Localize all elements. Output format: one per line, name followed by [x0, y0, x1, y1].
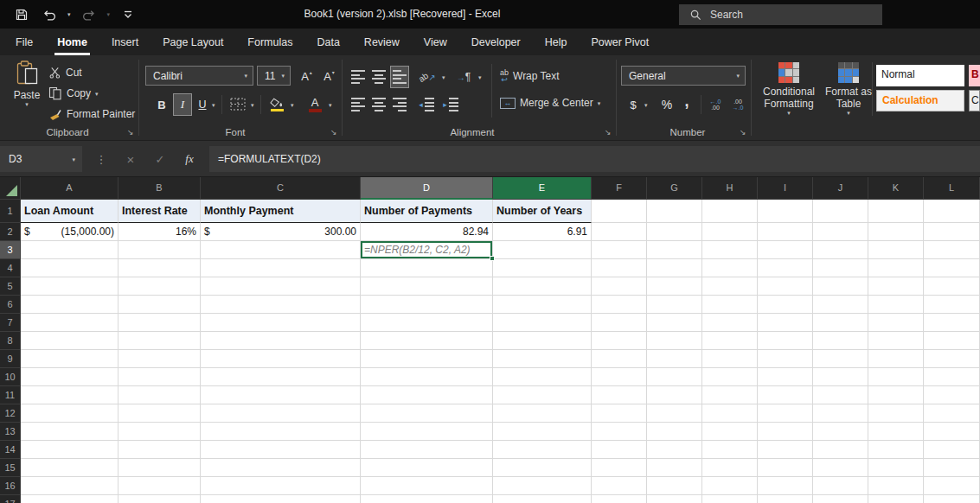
cell-J11[interactable] [813, 386, 868, 404]
cell-C15[interactable] [201, 459, 361, 477]
cell-L8[interactable] [924, 332, 980, 350]
row-header-9[interactable]: 9 [0, 350, 21, 368]
column-header-I[interactable]: I [758, 177, 813, 200]
cell-H6[interactable] [702, 296, 758, 314]
middle-align-icon[interactable] [369, 66, 388, 88]
cell-L11[interactable] [924, 386, 980, 404]
cell-G10[interactable] [647, 368, 702, 386]
cell-C13[interactable] [201, 423, 361, 441]
cell-H1[interactable] [702, 200, 758, 223]
number-format-combo[interactable]: General ▾ [621, 66, 746, 86]
cell-A3[interactable] [21, 241, 118, 259]
cell-I12[interactable] [758, 404, 813, 423]
cell-G3[interactable] [647, 241, 702, 259]
cell-L5[interactable] [924, 277, 980, 296]
cell-A2[interactable]: $(15,000.00) [21, 223, 118, 241]
formula-input[interactable]: =FORMULATEXT(D2) [209, 146, 980, 172]
cell-I5[interactable] [758, 277, 813, 296]
decrease-indent-icon[interactable]: ◂ [416, 93, 437, 116]
cell-D1[interactable]: Number of Payments [361, 200, 493, 223]
cell-A10[interactable] [21, 368, 118, 386]
name-box-dropdown-icon[interactable]: ▾ [72, 156, 75, 162]
search-box[interactable]: Search [679, 4, 882, 25]
cell-H15[interactable] [702, 459, 758, 477]
cell-J14[interactable] [813, 441, 868, 459]
cell-B6[interactable] [118, 296, 201, 314]
cell-L16[interactable] [924, 477, 980, 495]
underline-button[interactable]: U [194, 93, 211, 116]
cell-A6[interactable] [21, 296, 118, 314]
cell-style-normal[interactable]: Normal [876, 65, 964, 86]
cell-E9[interactable] [493, 350, 592, 368]
column-header-L[interactable]: L [924, 177, 980, 200]
cell-H3[interactable] [702, 241, 758, 259]
cell-J10[interactable] [813, 368, 868, 386]
accounting-dropdown-icon[interactable]: ▾ [644, 102, 648, 108]
cell-C12[interactable] [201, 404, 361, 423]
cell-D11[interactable] [361, 386, 493, 404]
cell-F13[interactable] [592, 423, 647, 441]
cell-B17[interactable] [118, 495, 201, 503]
cell-F1[interactable] [592, 200, 647, 223]
cell-D16[interactable] [361, 477, 493, 495]
column-header-D[interactable]: D [361, 177, 493, 200]
cell-B3[interactable] [118, 241, 201, 259]
cell-C16[interactable] [201, 477, 361, 495]
cell-J6[interactable] [813, 296, 868, 314]
cell-C5[interactable] [201, 277, 361, 296]
cell-A11[interactable] [21, 386, 118, 404]
cell-B13[interactable] [118, 423, 201, 441]
cell-I4[interactable] [758, 259, 813, 277]
increase-font-size-button[interactable]: A▴ [296, 65, 317, 87]
cell-F10[interactable] [592, 368, 647, 386]
tab-page-layout[interactable]: Page Layout [151, 29, 235, 55]
cell-K13[interactable] [868, 423, 924, 441]
cell-D7[interactable] [361, 314, 493, 332]
cell-B1[interactable]: Interest Rate [118, 200, 201, 223]
cell-D6[interactable] [361, 296, 493, 314]
row-header-17[interactable]: 17 [0, 495, 21, 503]
cell-A5[interactable] [21, 277, 118, 296]
row-header-11[interactable]: 11 [0, 386, 21, 404]
cell-C14[interactable] [201, 441, 361, 459]
cell-style-bad-partial[interactable]: B [969, 65, 980, 86]
column-header-H[interactable]: H [702, 177, 758, 200]
bold-button[interactable]: B [152, 93, 171, 116]
cell-H5[interactable] [702, 277, 758, 296]
row-header-6[interactable]: 6 [0, 296, 21, 314]
cell-C7[interactable] [201, 314, 361, 332]
cell-A14[interactable] [21, 441, 118, 459]
cell-G8[interactable] [647, 332, 702, 350]
cell-E17[interactable] [493, 495, 592, 503]
accounting-format-icon[interactable]: $ [625, 93, 642, 116]
cell-J13[interactable] [813, 423, 868, 441]
cell-B14[interactable] [118, 441, 201, 459]
cell-G6[interactable] [647, 296, 702, 314]
cell-H4[interactable] [702, 259, 758, 277]
cell-style-calculation[interactable]: Calculation [876, 90, 964, 111]
tab-view[interactable]: View [412, 29, 459, 55]
cell-A4[interactable] [21, 259, 118, 277]
cell-F5[interactable] [592, 277, 647, 296]
cell-L13[interactable] [924, 423, 980, 441]
wrap-text-button[interactable]: ab ↩ Wrap Text [500, 69, 560, 83]
cell-A13[interactable] [21, 423, 118, 441]
tab-help[interactable]: Help [533, 29, 580, 55]
cell-G15[interactable] [647, 459, 702, 477]
orientation-icon[interactable]: ab ↗ [416, 66, 439, 88]
top-align-icon[interactable] [349, 66, 368, 88]
cell-J8[interactable] [813, 332, 868, 350]
cell-I1[interactable] [758, 200, 813, 223]
cell-F17[interactable] [592, 495, 647, 503]
cell-I7[interactable] [758, 314, 813, 332]
cell-J3[interactable] [813, 241, 868, 259]
row-header-16[interactable]: 16 [0, 477, 21, 495]
cell-K16[interactable] [868, 477, 924, 495]
cell-B16[interactable] [118, 477, 201, 495]
cell-B11[interactable] [118, 386, 201, 404]
cell-J9[interactable] [813, 350, 868, 368]
column-header-G[interactable]: G [647, 177, 702, 200]
cell-J12[interactable] [813, 404, 868, 423]
cell-I11[interactable] [758, 386, 813, 404]
column-header-F[interactable]: F [592, 177, 647, 200]
